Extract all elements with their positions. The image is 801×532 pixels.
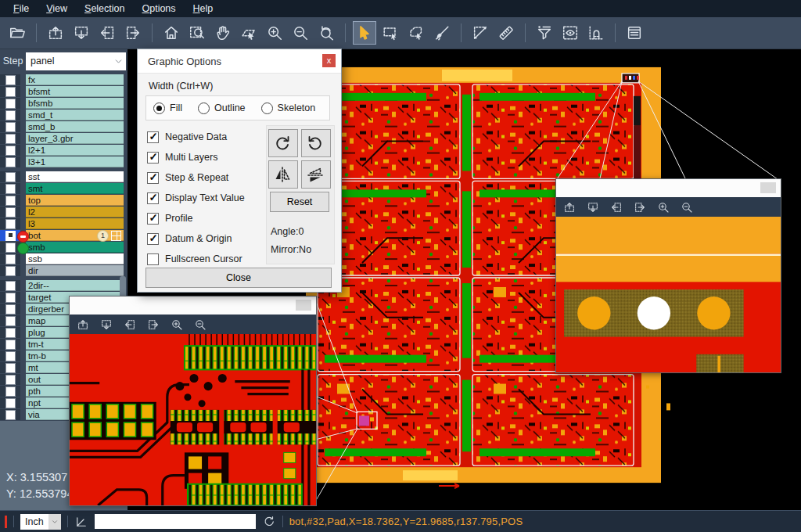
layer-visibility-checkbox[interactable]	[5, 157, 16, 167]
layer-row-fx[interactable]: fx	[0, 74, 128, 85]
layer-row-smd_t[interactable]: smd_t	[0, 110, 128, 120]
checkbox-multi-layers[interactable]: Multi Layers	[147, 147, 245, 167]
layer-visibility-checkbox[interactable]	[5, 99, 16, 109]
magnifier-2-view[interactable]	[556, 217, 781, 372]
toolbar-button-polygon-select[interactable]	[404, 21, 428, 45]
toolbar-button-rect-select[interactable]	[379, 21, 402, 45]
menu-options[interactable]: Options	[133, 2, 184, 16]
checkbox-display-text-value[interactable]: Display Text Value	[147, 188, 245, 208]
checkbox-datum-origin[interactable]: Datum & Origin	[147, 228, 245, 249]
menu-selection[interactable]: Selection	[76, 2, 133, 16]
toolbar-button-zoom-home[interactable]	[160, 21, 183, 45]
layer-row-layer_3-gbr[interactable]: layer_3.gbr	[0, 133, 128, 144]
layer-visibility-checkbox[interactable]	[5, 316, 16, 326]
layer-row-bfsmt[interactable]: bfsmt	[0, 86, 128, 97]
checkbox-fullscreen-cursor[interactable]: Fullscreen Cursor	[147, 249, 245, 269]
layer-row-ssb[interactable]: ssb	[0, 253, 128, 264]
command-input[interactable]	[95, 514, 256, 529]
reset-button[interactable]: Reset	[270, 192, 329, 212]
layer-name-cell[interactable]: top	[26, 195, 124, 206]
toolbar-button-pan[interactable]	[211, 21, 235, 45]
layer-row-l2plus1[interactable]: l2+1	[0, 145, 128, 156]
layer-visibility-checkbox[interactable]	[5, 386, 16, 397]
radio-fill[interactable]: Fill	[153, 102, 182, 114]
radio-outline[interactable]: Outline	[198, 102, 246, 114]
graphic-options-dialog[interactable]: Graphic Options x Width (Ctrl+W) Fill Ou…	[137, 49, 342, 293]
layer-name-cell[interactable]: sst	[26, 171, 124, 182]
layer-row-sst[interactable]: sst	[0, 171, 128, 182]
layer-name-cell[interactable]: dir	[26, 265, 124, 276]
layer-visibility-checkbox[interactable]	[5, 122, 16, 132]
layer-row-top[interactable]: top	[0, 195, 128, 206]
magnifier-2-close-button[interactable]	[760, 182, 776, 193]
layer-visibility-checkbox[interactable]	[5, 363, 16, 373]
magnifier1-flip-right[interactable]	[147, 318, 160, 331]
layer-visibility-checkbox[interactable]	[5, 184, 16, 194]
sync-icon[interactable]	[262, 515, 276, 529]
layer-visibility-checkbox[interactable]	[5, 410, 16, 420]
layer-row-2dir--[interactable]: 2dir--	[0, 280, 128, 291]
toolbar-button-open-file[interactable]	[5, 21, 29, 45]
toolbar-button-zoom-out[interactable]	[289, 21, 312, 45]
toolbar-button-zoom-previous[interactable]	[314, 21, 338, 45]
magnifier-window-1[interactable]	[69, 296, 317, 506]
layer-visibility-checkbox[interactable]	[5, 293, 16, 303]
layer-name-cell[interactable]: smd_b	[26, 121, 124, 132]
layer-name-cell[interactable]: ssb	[26, 253, 124, 264]
layer-visibility-checkbox[interactable]	[5, 110, 16, 120]
magnifier-2-titlebar[interactable]	[556, 179, 781, 197]
layer-visibility-checkbox[interactable]	[5, 207, 16, 217]
toolbar-button-clean[interactable]	[430, 21, 454, 45]
toolbar-button-flip-left[interactable]	[95, 21, 119, 45]
layer-row-smd_b[interactable]: smd_b	[0, 121, 128, 132]
magnifier2-flip-left[interactable]	[610, 201, 623, 214]
dialog-close-icon[interactable]: x	[322, 54, 336, 67]
magnifier2-flip-up[interactable]	[563, 201, 576, 214]
checkbox-negative-data[interactable]: Negative Data	[147, 127, 245, 147]
toolbar-button-zoom-in[interactable]	[263, 21, 286, 45]
layer-visibility-checkbox[interactable]	[5, 172, 16, 182]
layer-row-l2[interactable]: l2	[0, 207, 128, 217]
radio-skeleton[interactable]: Skeleton	[261, 102, 316, 114]
dialog-titlebar[interactable]: Graphic Options x	[138, 49, 341, 74]
layer-visibility-checkbox[interactable]	[5, 254, 16, 264]
layer-visibility-checkbox[interactable]	[5, 375, 16, 385]
toolbar-button-measure[interactable]	[469, 21, 492, 45]
layer-name-cell[interactable]: l2	[26, 207, 124, 217]
magnifier1-zoom-out[interactable]	[194, 318, 207, 331]
layer-visibility-checkbox[interactable]	[5, 304, 16, 315]
toolbar-button-zoom-window[interactable]	[185, 21, 209, 45]
layer-visibility-checkbox[interactable]	[5, 340, 16, 350]
layer-name-cell[interactable]: smt	[26, 183, 124, 194]
magnifier1-flip-left[interactable]	[124, 318, 136, 331]
layer-row-smb[interactable]: smb	[0, 242, 128, 253]
layer-visibility-checkbox[interactable]	[5, 281, 16, 291]
magnifier2-zoom-out[interactable]	[681, 201, 693, 214]
layer-row-bot[interactable]: bot 1	[0, 230, 128, 241]
layer-name-cell[interactable]: fx	[26, 74, 124, 85]
magnifier-1-view[interactable]	[70, 334, 316, 505]
magnifier2-zoom-in[interactable]	[657, 201, 670, 214]
layer-name-cell[interactable]: l2+1	[26, 145, 124, 156]
toolbar-button-zoom-selection[interactable]	[237, 21, 260, 45]
step-select[interactable]: panel	[26, 52, 126, 70]
toolbar-button-layer-list[interactable]	[623, 21, 646, 45]
layer-name-cell[interactable]: bfsmb	[26, 98, 124, 109]
toolbar-button-flip-down[interactable]	[70, 21, 93, 45]
magnifier-1-titlebar[interactable]	[70, 297, 316, 315]
magnifier2-flip-down[interactable]	[587, 201, 599, 214]
layer-visibility-checkbox[interactable]	[5, 146, 16, 156]
layer-name-cell[interactable]: l3	[26, 218, 124, 229]
close-button[interactable]: Close	[145, 268, 332, 288]
layer-visibility-checkbox[interactable]	[5, 134, 16, 144]
layer-row-l3[interactable]: l3	[0, 218, 128, 229]
checkbox-step-repeat[interactable]: Step & Repeat	[147, 167, 245, 188]
magnifier1-zoom-in[interactable]	[171, 318, 183, 331]
layer-visibility-checkbox[interactable]	[5, 243, 16, 253]
layer-visibility-checkbox[interactable]	[5, 87, 16, 97]
rotate-cw[interactable]	[268, 129, 298, 157]
layer-visibility-checkbox[interactable]	[5, 351, 16, 361]
layer-name-cell[interactable]: bot 1	[26, 230, 124, 241]
layer-row-dir[interactable]: dir	[0, 265, 128, 276]
layer-name-cell[interactable]: layer_3.gbr	[26, 133, 124, 144]
